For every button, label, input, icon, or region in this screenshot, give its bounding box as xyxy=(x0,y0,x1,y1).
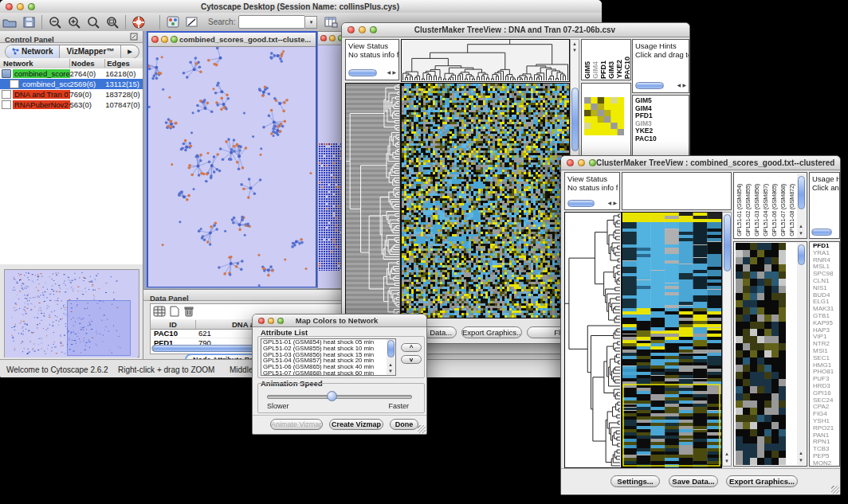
scroll-right-icon[interactable]: ▶ xyxy=(682,83,686,88)
help-lifering-icon[interactable] xyxy=(130,14,147,29)
attribute-list-scrollbar[interactable]: ▲ ▼ xyxy=(387,339,395,375)
window-controls[interactable] xyxy=(6,3,35,10)
float-panel-icon[interactable] xyxy=(130,33,138,41)
tv1-row-dendrogram[interactable] xyxy=(345,83,401,318)
tv1-usage-scrollbar[interactable] xyxy=(635,82,664,89)
tv2-row-dendrogram[interactable] xyxy=(564,212,622,468)
tv2-heatmap[interactable] xyxy=(622,212,722,468)
scroll-left-icon[interactable]: ◀ xyxy=(677,83,681,88)
treeview1-titlebar[interactable]: ClusterMaker TreeView : DNA and Tran 07-… xyxy=(342,23,689,37)
tab-network[interactable]: Network xyxy=(6,45,59,58)
tv2-collabel-scrollbar[interactable]: ▲ ▼ xyxy=(797,174,806,238)
save-data-button[interactable]: Save Data... xyxy=(669,475,718,487)
tv1-heatmap[interactable] xyxy=(401,83,570,318)
tv2-column-labels[interactable]: GPL51-01 (GSM854)GPL51-02 (GSM855)GPL51-… xyxy=(736,173,797,236)
dense-network-block[interactable] xyxy=(319,143,343,271)
zoom-button[interactable] xyxy=(370,26,377,33)
scroll-right-icon[interactable]: ▶ xyxy=(613,201,617,205)
animate-vizmap-button[interactable]: Animate Vizmap xyxy=(270,419,323,430)
table-mode-icon[interactable] xyxy=(153,306,166,317)
tv2-zoom-scrollbar[interactable]: ▲ ▼ xyxy=(797,243,806,465)
scroll-right-icon[interactable]: ▶ xyxy=(392,70,396,75)
new-attribute-icon[interactable] xyxy=(169,306,180,317)
scroll-down-icon[interactable]: ▼ xyxy=(799,458,803,463)
tv1-column-dendrogram[interactable] xyxy=(401,39,570,82)
scroll-up-icon[interactable]: ▲ xyxy=(799,451,803,455)
move-down-button[interactable]: v xyxy=(401,355,422,364)
tv1-correlation-matrix[interactable] xyxy=(584,97,624,135)
delete-attribute-icon[interactable] xyxy=(183,306,194,317)
create-vizmap-button[interactable]: Create Vizmap xyxy=(329,419,383,430)
minimize-button[interactable] xyxy=(17,3,24,10)
annotation-icon[interactable] xyxy=(183,14,201,29)
minimize-button[interactable] xyxy=(578,159,585,166)
tv2-heatmap-vscrollbar[interactable]: ▲ ▼ xyxy=(722,212,732,467)
tab-vizmapper[interactable]: VizMapper™ xyxy=(59,45,120,58)
scroll-down-icon[interactable]: ▼ xyxy=(572,48,577,53)
minimize-button[interactable] xyxy=(268,318,274,324)
dialog-titlebar[interactable]: Map Colors to Network xyxy=(253,315,426,327)
tv2-gene-labels[interactable]: PFD1YRA1RNR4MSL1SPC98CLN1NIS1BUD4ELG1MAK… xyxy=(813,243,834,467)
tv2-zoom-heatmap[interactable] xyxy=(736,243,786,465)
move-up-button[interactable]: ^ xyxy=(401,343,422,352)
zoom-fit-icon[interactable] xyxy=(104,14,121,29)
animation-speed-slider-track[interactable] xyxy=(267,395,412,399)
birdseye-view[interactable] xyxy=(4,269,139,357)
scroll-up-icon[interactable]: ▲ xyxy=(799,224,803,229)
network-row[interactable]: combined_scores 2764(0) 16218(0) xyxy=(0,68,143,79)
zoom-out-icon[interactable] xyxy=(46,14,64,29)
birdseye-canvas[interactable] xyxy=(5,270,137,357)
close-button[interactable] xyxy=(258,318,265,324)
tv1-row-labels[interactable]: GIM5GIM4PFD1GIM3YKE2PAC10 xyxy=(635,97,657,143)
attribute-list[interactable]: GPL51-01 (GSM854) heat shock 05 minGPL51… xyxy=(261,338,396,376)
tv1-status-scrollbar[interactable] xyxy=(348,69,377,76)
network-row[interactable]: DNA and Tran 07 769(0) 183728(0) xyxy=(0,89,143,100)
tv2-column-dendrogram[interactable] xyxy=(622,172,732,210)
treeview2-titlebar[interactable]: ClusterMaker TreeView : combined_scores_… xyxy=(561,156,840,170)
resize-grip[interactable] xyxy=(831,486,839,494)
scroll-left-icon[interactable]: ◀ xyxy=(387,70,391,75)
scroll-down-icon[interactable]: ▼ xyxy=(724,459,729,463)
minimize-button[interactable] xyxy=(359,26,366,33)
attribute-list-item[interactable]: GPL51-07 (GSM868) heat shock 60 min xyxy=(261,370,395,376)
network-view-titlebar[interactable]: combined_scores_good.txt--cluste... xyxy=(148,33,316,47)
minimize-button[interactable] xyxy=(161,36,168,43)
save-session-icon[interactable] xyxy=(20,14,37,29)
scroll-left-icon[interactable]: ◀ xyxy=(607,201,611,205)
search-dropdown-icon[interactable]: ▾ xyxy=(305,16,317,29)
tv1-column-labels[interactable]: GIM5GIM4PFD1GIM3YKE2PAC10 xyxy=(583,39,631,79)
tv2-status-scrollbar[interactable] xyxy=(567,200,595,207)
zoom-button[interactable] xyxy=(589,159,596,166)
vizmapper-icon[interactable] xyxy=(164,14,182,29)
scroll-up-icon[interactable]: ▲ xyxy=(388,362,393,367)
scroll-down-icon[interactable]: ▼ xyxy=(799,231,803,236)
zoom-in-icon[interactable] xyxy=(65,14,83,29)
zoom-selected-icon[interactable] xyxy=(84,14,102,29)
tv2-usage-scrollbar[interactable] xyxy=(811,229,832,236)
scroll-up-icon[interactable]: ▲ xyxy=(572,41,577,46)
attribute-browser-icon[interactable] xyxy=(322,14,340,29)
scroll-up-icon[interactable]: ▲ xyxy=(724,451,729,456)
zoom-button[interactable] xyxy=(277,318,284,324)
search-input[interactable] xyxy=(238,15,305,29)
export-graphics-button[interactable]: Export Graphics... xyxy=(726,475,798,487)
network-row[interactable]: combined_sco 2569(6) 13112(15) xyxy=(0,79,143,89)
open-session-icon[interactable] xyxy=(1,14,18,29)
animation-speed-slider-thumb[interactable] xyxy=(327,391,337,401)
main-titlebar[interactable]: Cytoscape Desktop (Session Name: collins… xyxy=(0,0,602,14)
resize-grip[interactable] xyxy=(418,425,426,433)
close-button[interactable] xyxy=(151,36,159,43)
close-button[interactable] xyxy=(6,3,13,10)
zoom-button[interactable] xyxy=(171,36,178,43)
network-row[interactable]: RNAPuberNov2+ 563(0) 107847(0) xyxy=(0,100,143,110)
network-table-header[interactable]: Network Nodes Edges xyxy=(0,58,143,69)
close-button[interactable] xyxy=(347,26,355,33)
close-button[interactable] xyxy=(567,159,574,166)
scroll-down-icon[interactable]: ▼ xyxy=(388,369,393,373)
settings-button[interactable]: Settings... xyxy=(610,475,660,487)
done-button[interactable]: Done xyxy=(390,419,418,430)
network-canvas[interactable] xyxy=(148,47,316,287)
export-graphics-button[interactable]: Export Graphics... xyxy=(461,326,522,338)
zoom-button[interactable] xyxy=(28,3,35,10)
tab-more[interactable]: ▶ xyxy=(120,45,138,58)
